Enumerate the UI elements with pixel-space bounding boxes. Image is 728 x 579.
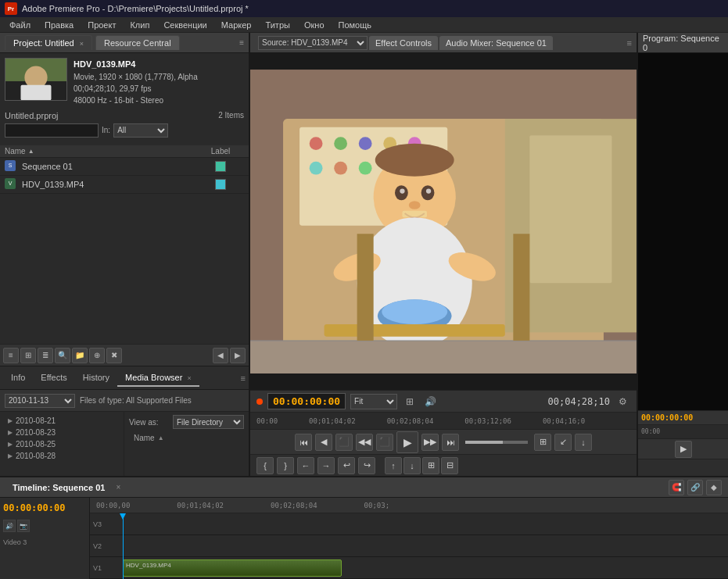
timeline-controls: 00:00:00:00 🔊 📷 Video 3: [0, 498, 90, 579]
menu-titles[interactable]: Титры: [259, 19, 296, 31]
toolbar-search[interactable]: 🔍: [55, 348, 70, 363]
play-btn[interactable]: ▶: [396, 431, 418, 453]
step-forward[interactable]: ▶▶: [421, 434, 439, 451]
tab-effects[interactable]: Effects: [33, 370, 74, 387]
step-back[interactable]: ◀: [315, 434, 332, 451]
set-out[interactable]: →: [317, 457, 335, 474]
date-select[interactable]: 2010-11-13: [5, 394, 75, 408]
media-row-1[interactable]: ▶ 2010-08-23: [5, 427, 119, 438]
timecode-left[interactable]: 00:00:00:00: [267, 393, 346, 409]
tab-project[interactable]: Project: Untitled ×: [5, 35, 92, 50]
media-row-0[interactable]: ▶ 2010-08-21: [5, 415, 119, 427]
tl-clip-video[interactable]: HDV_0139.MP4: [123, 559, 342, 577]
tl-toggle-video[interactable]: 📷: [17, 520, 30, 532]
bottom-tabs-menu[interactable]: ≡: [241, 373, 246, 383]
program-preview: [638, 53, 728, 410]
go-to-in[interactable]: ⏮: [295, 434, 312, 451]
transport-bar: ⏮ ◀ ⬛ ◀◀ ⬛ ▶ ▶▶ ⏭ ⊞ ↙ ↓: [250, 429, 637, 454]
toolbar-scroll-left[interactable]: ◀: [213, 348, 228, 363]
tab-history[interactable]: History: [75, 370, 117, 387]
menu-marker[interactable]: Маркер: [215, 19, 258, 31]
toolbar-list-view[interactable]: ≡: [3, 348, 19, 363]
tl-track-v3: V3: [90, 513, 728, 535]
menu-help[interactable]: Помощь: [332, 19, 378, 31]
go-to-out[interactable]: ⏭: [442, 434, 459, 451]
tl-track-v1: V1 HDV_0139.MP4: [90, 557, 728, 579]
svg-point-13: [310, 162, 323, 175]
tab-audio-mixer[interactable]: Audio Mixer: Sequence 01: [439, 36, 553, 50]
tab-effect-controls[interactable]: Effect Controls: [369, 36, 438, 50]
tl-toggle-audio[interactable]: 🔊: [3, 520, 16, 532]
playhead[interactable]: [123, 513, 124, 579]
menu-window[interactable]: Окно: [298, 19, 331, 31]
tl-snap[interactable]: 🧲: [669, 480, 684, 495]
tl-v3-label: Video 3: [3, 538, 86, 546]
view-as-select[interactable]: File Directory: [173, 415, 244, 429]
prog-time-left: 00:00:00:00: [641, 413, 725, 422]
main-layout: Project: Untitled × Resource Central ≡: [0, 33, 728, 579]
menu-clip[interactable]: Клип: [124, 19, 156, 31]
tl-marker[interactable]: ◆: [706, 480, 722, 495]
title-text: Adobe Premiere Pro - D:\Premiere\Project…: [22, 4, 249, 13]
volume-slider[interactable]: [465, 441, 528, 444]
media-header: 2010-11-13 Files of type: All Supported …: [0, 390, 249, 412]
file-row-sequence[interactable]: S Sequence 01: [0, 158, 249, 176]
bottom-tabs: Info Effects History Media Browser × ≡: [0, 366, 249, 389]
menu-edit[interactable]: Правка: [38, 19, 80, 31]
timeline-tab-close[interactable]: ×: [116, 483, 120, 491]
file-row-video[interactable]: V HDV_0139.MP4: [0, 176, 249, 194]
zoom-out-btn[interactable]: ⊟: [441, 457, 458, 474]
clear-out[interactable]: ↪: [358, 457, 375, 474]
timeline-tab[interactable]: Timeline: Sequence 01: [6, 481, 111, 495]
safe-margins-btn[interactable]: ⊞: [402, 394, 418, 409]
source-panel-menu[interactable]: ≡: [627, 38, 632, 48]
output-btn[interactable]: 🔊: [422, 394, 438, 409]
search-input[interactable]: [5, 123, 99, 138]
project-content: HDV_0139.MP4 Movie, 1920 × 1080 (1,7778)…: [0, 53, 249, 145]
sequence-icon: S: [5, 160, 17, 173]
prog-play[interactable]: ▶: [675, 441, 692, 458]
media-row-3[interactable]: ▶ 2010-08-28: [5, 450, 119, 462]
settings-btn[interactable]: ⚙: [615, 394, 630, 409]
mark-in[interactable]: {: [256, 457, 274, 474]
toolbar-icon-view[interactable]: ⊞: [20, 348, 36, 363]
tab-media-browser[interactable]: Media Browser ×: [117, 370, 199, 387]
tab-info[interactable]: Info: [3, 370, 33, 387]
video-file-icon: V: [5, 178, 17, 191]
media-row-2[interactable]: ▶ 2010-08-25: [5, 438, 119, 450]
play-in-to-out[interactable]: ⬛: [335, 434, 353, 451]
mark-out[interactable]: }: [277, 457, 294, 474]
svg-rect-31: [325, 324, 505, 337]
set-in[interactable]: ←: [297, 457, 314, 474]
overwrite[interactable]: ↓: [575, 434, 592, 451]
tab-media-browser-close[interactable]: ×: [187, 374, 191, 382]
source-dropdown[interactable]: Source: HDV_0139.MP4: [258, 36, 368, 50]
insert[interactable]: ↙: [554, 434, 572, 451]
toolbar-new-item[interactable]: ⊕: [89, 348, 105, 363]
tab-project-close[interactable]: ×: [80, 40, 84, 48]
step-back2[interactable]: ◀◀: [356, 434, 373, 451]
lift-btn[interactable]: ↑: [385, 457, 402, 474]
menu-project[interactable]: Проект: [81, 19, 122, 31]
toolbar-new-folder[interactable]: 📁: [72, 348, 88, 363]
project-panel-menu[interactable]: ≡: [239, 38, 244, 47]
extract-btn[interactable]: ↓: [403, 457, 421, 474]
toolbar-delete[interactable]: ✖: [106, 348, 122, 363]
in-select[interactable]: All: [113, 123, 168, 138]
search-row: In: All: [5, 123, 244, 138]
fit-select[interactable]: Fit: [350, 394, 397, 409]
menu-file[interactable]: Файл: [3, 19, 37, 31]
preview-audio: 48000 Hz - 16-bit - Stereo: [74, 95, 198, 106]
toolbar-meta-view[interactable]: ≣: [38, 348, 53, 363]
clear-in[interactable]: ↩: [338, 457, 355, 474]
zoom-in-btn[interactable]: ⊞: [422, 457, 439, 474]
tl-timecode[interactable]: 00:00:00:00: [3, 502, 65, 513]
menu-sequence[interactable]: Секвенции: [157, 19, 213, 31]
safe-frames[interactable]: ⊞: [534, 434, 551, 451]
video-label-swatch: [215, 179, 226, 190]
files-of-type-label: Files of type: All Supported Files: [80, 396, 244, 405]
tab-resource-central[interactable]: Resource Central: [95, 35, 180, 50]
tl-link[interactable]: 🔗: [687, 480, 703, 495]
toolbar-scroll-right[interactable]: ▶: [230, 348, 246, 363]
stop[interactable]: ⬛: [376, 434, 393, 451]
